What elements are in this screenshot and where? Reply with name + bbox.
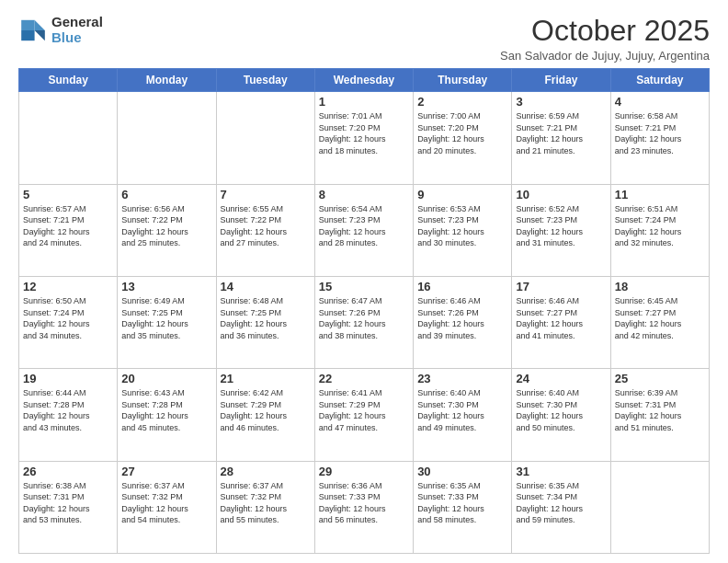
day-number: 30 xyxy=(417,465,507,478)
day-info: Sunrise: 6:35 AM Sunset: 7:33 PM Dayligh… xyxy=(417,480,507,526)
calendar-cell: 18Sunrise: 6:45 AM Sunset: 7:27 PM Dayli… xyxy=(610,276,709,368)
calendar-cell: 16Sunrise: 6:46 AM Sunset: 7:26 PM Dayli… xyxy=(414,276,512,368)
day-number: 23 xyxy=(417,372,507,385)
month-title: October 2025 xyxy=(500,15,710,47)
day-info: Sunrise: 6:47 AM Sunset: 7:26 PM Dayligh… xyxy=(319,295,409,341)
day-info: Sunrise: 6:42 AM Sunset: 7:29 PM Dayligh… xyxy=(221,387,311,433)
day-number: 14 xyxy=(221,280,311,293)
calendar-cell: 8Sunrise: 6:54 AM Sunset: 7:23 PM Daylig… xyxy=(314,184,413,276)
calendar-cell: 15Sunrise: 6:47 AM Sunset: 7:26 PM Dayli… xyxy=(314,276,413,368)
calendar-cell: 14Sunrise: 6:48 AM Sunset: 7:25 PM Dayli… xyxy=(216,276,314,368)
day-info: Sunrise: 6:36 AM Sunset: 7:33 PM Dayligh… xyxy=(319,480,409,526)
day-info: Sunrise: 6:57 AM Sunset: 7:21 PM Dayligh… xyxy=(23,203,113,249)
calendar-week-2: 12Sunrise: 6:50 AM Sunset: 7:24 PM Dayli… xyxy=(19,276,710,368)
col-thursday: Thursday xyxy=(414,69,512,92)
day-number: 24 xyxy=(516,372,606,385)
calendar-cell: 6Sunrise: 6:56 AM Sunset: 7:22 PM Daylig… xyxy=(118,184,216,276)
day-info: Sunrise: 6:50 AM Sunset: 7:24 PM Dayligh… xyxy=(23,295,113,341)
day-number: 13 xyxy=(121,280,211,293)
svg-marker-1 xyxy=(35,30,45,40)
calendar-cell: 29Sunrise: 6:36 AM Sunset: 7:33 PM Dayli… xyxy=(314,461,413,553)
calendar-cell: 25Sunrise: 6:39 AM Sunset: 7:31 PM Dayli… xyxy=(610,369,709,461)
day-number: 9 xyxy=(417,188,507,201)
col-wednesday: Wednesday xyxy=(314,69,413,92)
day-info: Sunrise: 6:38 AM Sunset: 7:31 PM Dayligh… xyxy=(23,480,113,526)
page: General Blue October 2025 San Salvador d… xyxy=(0,0,728,563)
calendar-cell xyxy=(19,92,118,184)
calendar-table: Sunday Monday Tuesday Wednesday Thursday… xyxy=(18,68,710,554)
day-info: Sunrise: 6:58 AM Sunset: 7:21 PM Dayligh… xyxy=(615,110,705,156)
day-info: Sunrise: 6:45 AM Sunset: 7:27 PM Dayligh… xyxy=(615,295,705,341)
calendar-cell: 28Sunrise: 6:37 AM Sunset: 7:32 PM Dayli… xyxy=(216,461,314,553)
day-number: 19 xyxy=(23,372,113,385)
day-number: 17 xyxy=(516,280,606,293)
day-number: 5 xyxy=(23,188,113,201)
calendar-cell: 24Sunrise: 6:40 AM Sunset: 7:30 PM Dayli… xyxy=(512,369,610,461)
day-info: Sunrise: 6:59 AM Sunset: 7:21 PM Dayligh… xyxy=(516,110,606,156)
day-number: 21 xyxy=(221,372,311,385)
day-info: Sunrise: 6:40 AM Sunset: 7:30 PM Dayligh… xyxy=(516,387,606,433)
day-number: 12 xyxy=(23,280,113,293)
calendar-cell: 10Sunrise: 6:52 AM Sunset: 7:23 PM Dayli… xyxy=(512,184,610,276)
col-friday: Friday xyxy=(512,69,610,92)
logo-line2: Blue xyxy=(51,30,103,46)
col-sunday: Sunday xyxy=(19,69,118,92)
day-info: Sunrise: 6:51 AM Sunset: 7:24 PM Dayligh… xyxy=(615,203,705,249)
day-info: Sunrise: 6:49 AM Sunset: 7:25 PM Dayligh… xyxy=(121,295,211,341)
day-info: Sunrise: 6:53 AM Sunset: 7:23 PM Dayligh… xyxy=(417,203,507,249)
day-info: Sunrise: 6:37 AM Sunset: 7:32 PM Dayligh… xyxy=(221,480,311,526)
day-number: 29 xyxy=(319,465,409,478)
day-info: Sunrise: 6:44 AM Sunset: 7:28 PM Dayligh… xyxy=(23,387,113,433)
calendar-cell: 20Sunrise: 6:43 AM Sunset: 7:28 PM Dayli… xyxy=(118,369,216,461)
day-number: 27 xyxy=(121,465,211,478)
day-number: 28 xyxy=(221,465,311,478)
day-info: Sunrise: 6:55 AM Sunset: 7:22 PM Dayligh… xyxy=(221,203,311,249)
calendar-cell xyxy=(216,92,314,184)
day-number: 18 xyxy=(615,280,705,293)
calendar-header-row: Sunday Monday Tuesday Wednesday Thursday… xyxy=(19,69,710,92)
svg-rect-2 xyxy=(21,19,34,29)
calendar-cell: 21Sunrise: 6:42 AM Sunset: 7:29 PM Dayli… xyxy=(216,369,314,461)
day-number: 16 xyxy=(417,280,507,293)
day-info: Sunrise: 6:37 AM Sunset: 7:32 PM Dayligh… xyxy=(121,480,211,526)
day-info: Sunrise: 6:41 AM Sunset: 7:29 PM Dayligh… xyxy=(319,387,409,433)
day-info: Sunrise: 7:01 AM Sunset: 7:20 PM Dayligh… xyxy=(319,110,409,156)
day-number: 6 xyxy=(121,188,211,201)
calendar-cell: 13Sunrise: 6:49 AM Sunset: 7:25 PM Dayli… xyxy=(118,276,216,368)
calendar-cell: 12Sunrise: 6:50 AM Sunset: 7:24 PM Dayli… xyxy=(19,276,118,368)
day-info: Sunrise: 6:56 AM Sunset: 7:22 PM Dayligh… xyxy=(121,203,211,249)
day-info: Sunrise: 6:40 AM Sunset: 7:30 PM Dayligh… xyxy=(417,387,507,433)
day-number: 8 xyxy=(319,188,409,201)
day-number: 31 xyxy=(516,465,606,478)
logo-line1: General xyxy=(51,15,103,30)
day-info: Sunrise: 6:52 AM Sunset: 7:23 PM Dayligh… xyxy=(516,203,606,249)
day-info: Sunrise: 6:48 AM Sunset: 7:25 PM Dayligh… xyxy=(221,295,311,341)
day-info: Sunrise: 6:35 AM Sunset: 7:34 PM Dayligh… xyxy=(516,480,606,526)
day-number: 11 xyxy=(615,188,705,201)
calendar-cell: 2Sunrise: 7:00 AM Sunset: 7:20 PM Daylig… xyxy=(414,92,512,184)
day-number: 25 xyxy=(615,372,705,385)
calendar-cell: 7Sunrise: 6:55 AM Sunset: 7:22 PM Daylig… xyxy=(216,184,314,276)
calendar-cell: 30Sunrise: 6:35 AM Sunset: 7:33 PM Dayli… xyxy=(414,461,512,553)
calendar-cell: 11Sunrise: 6:51 AM Sunset: 7:24 PM Dayli… xyxy=(610,184,709,276)
calendar-cell: 31Sunrise: 6:35 AM Sunset: 7:34 PM Dayli… xyxy=(512,461,610,553)
calendar-cell: 22Sunrise: 6:41 AM Sunset: 7:29 PM Dayli… xyxy=(314,369,413,461)
logo: General Blue xyxy=(18,15,103,45)
col-saturday: Saturday xyxy=(610,69,709,92)
calendar-cell: 23Sunrise: 6:40 AM Sunset: 7:30 PM Dayli… xyxy=(414,369,512,461)
title-block: October 2025 San Salvador de Jujuy, Juju… xyxy=(500,15,710,63)
day-number: 10 xyxy=(516,188,606,201)
day-number: 20 xyxy=(121,372,211,385)
day-number: 2 xyxy=(417,95,507,109)
subtitle: San Salvador de Jujuy, Jujuy, Argentina xyxy=(500,49,710,63)
calendar-week-3: 19Sunrise: 6:44 AM Sunset: 7:28 PM Dayli… xyxy=(19,369,710,461)
day-number: 3 xyxy=(516,95,606,109)
day-number: 15 xyxy=(319,280,409,293)
svg-marker-0 xyxy=(35,19,45,29)
col-tuesday: Tuesday xyxy=(216,69,314,92)
day-info: Sunrise: 7:00 AM Sunset: 7:20 PM Dayligh… xyxy=(417,110,507,156)
calendar-cell: 3Sunrise: 6:59 AM Sunset: 7:21 PM Daylig… xyxy=(512,92,610,184)
logo-text: General Blue xyxy=(51,15,103,45)
day-info: Sunrise: 6:43 AM Sunset: 7:28 PM Dayligh… xyxy=(121,387,211,433)
day-number: 4 xyxy=(615,95,705,109)
